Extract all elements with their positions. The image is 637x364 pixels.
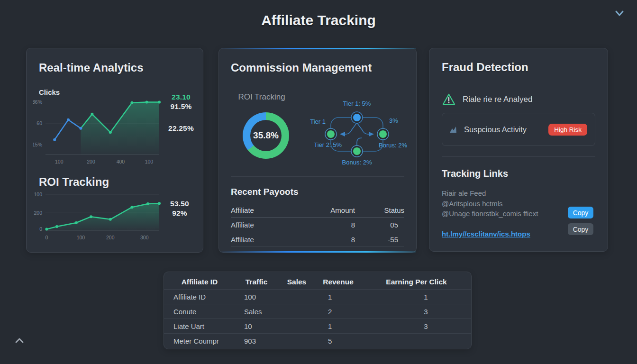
commission-tier-diagram: Tier 1: 5% Tier 1 3% Tier 2: 5% Borus: 2… [304,96,422,172]
table-cell: Affiliate ID [164,293,235,301]
svg-text:100: 100 [34,191,42,197]
payouts-header-row: AffiliateAmountStatus [231,203,404,218]
svg-text:200: 200 [87,159,95,164]
column-header: Affiliate ID [164,278,235,286]
svg-text:36%: 36% [33,99,42,105]
tracking-links-title: Tracking Links [442,168,508,179]
fraud-alert-text: Riale rie re Analyed [463,95,532,104]
tracking-link[interactable]: ht.lmy//csclitanv/ics.htops [442,230,530,238]
column-header: Revenue [316,278,361,286]
svg-text:200: 200 [34,210,42,216]
card-title: Fraud Detection [442,61,528,74]
payouts-cell: Affiliate [231,206,308,214]
chevron-down-icon[interactable] [613,7,626,22]
table-cell: 100 [235,293,278,301]
table-cell: Conute [164,308,235,316]
bonus-right-label: Borus: 2% [379,142,407,149]
donut-center-value: 35.8% [253,130,279,141]
chart-stat-value: 91.5% [171,102,192,111]
commission-management-card: Commission Management ROI Tracking 35.8%… [218,48,417,253]
clicks-chart-stats: 23.1091.5%22.25% [161,92,201,133]
svg-text:100: 100 [145,159,154,164]
card-title: Real-time Analytics [39,61,144,74]
page-title: Affiliate Tracking [0,12,637,28]
suspicious-activity-item[interactable]: Suspcious Activity High Risk [442,113,595,146]
divider [231,176,404,177]
tracking-links-list: Riair ale Feed@Aritsplous hctmls@Unage f… [442,188,538,219]
divider [442,156,595,157]
svg-text:400: 400 [117,159,125,164]
table-cell: 1 [316,293,361,301]
table-cell: 3 [361,322,472,330]
roi-donut-chart: 35.8% [243,112,289,159]
high-risk-badge: High Risk [548,124,587,136]
table-cell: 903 [235,337,278,345]
svg-text:60: 60 [36,120,42,126]
svg-text:0: 0 [45,235,48,240]
column-header: Sales [278,278,316,286]
payouts-cell: 05 [355,221,404,229]
fraud-alert-row: Riale rie re Analyed [442,93,532,106]
affiliate-table-header-row: Affiliate IDTrafficSalesRevenueEarning P… [164,274,471,289]
card-title: Commission Management [231,61,372,74]
arrow-left-icon [340,132,345,136]
table-cell: 5 [316,337,361,345]
recent-payouts-title: Recent Payoots [231,187,299,197]
table-cell: Meter Coumpr [164,337,235,345]
svg-text:100: 100 [77,235,85,240]
fraud-detection-card: Fraud Detection Riale rie re Analyed Sus… [429,48,608,252]
donut-chart-label: ROI Tracking [226,92,297,102]
tier1-rate-label: Tier 1: 5% [343,100,371,107]
payouts-cell: 8 [308,236,355,244]
payouts-row: Affiliate8-55 [231,232,404,247]
table-cell: 2 [316,308,361,316]
payouts-cell: Affiliate [231,221,308,229]
column-header: Traffic [235,278,278,286]
payouts-cell: Amount [308,206,355,214]
table-cell: Sales [235,308,278,316]
svg-text:15%: 15% [33,142,42,147]
chart-stat-value: 92% [172,209,187,218]
donut-hole: 35.8% [250,120,282,151]
roi-chart-title: ROI Tracking [39,175,109,189]
tier-left-node [327,130,335,138]
payouts-cell: -55 [355,236,404,244]
svg-text:200: 200 [106,235,115,240]
chart-stat-value: 23.10 [172,92,191,102]
table-cell: 3 [361,308,472,316]
tier-right-node [379,130,387,138]
roi-chart-stats: 53.5092% [160,199,200,218]
column-header: Earning Per Click [361,278,472,286]
warning-triangle-icon [442,93,456,106]
table-cell: 10 [235,322,278,330]
affiliate-tracking-dashboard: Affiliate Tracking Real-time Analytics C… [0,0,637,364]
clicks-line-chart: 36%6015%100200400100 [33,95,163,170]
copy-button-primary[interactable]: Copy [568,207,593,218]
affiliate-stats-table: Affiliate IDTrafficSalesRevenueEarning P… [164,272,472,349]
tier1-label: Tier 1 [310,118,326,125]
activity-chart-icon [450,127,457,133]
realtime-analytics-card: Real-time Analytics Clicks 36%6015%10020… [26,48,203,253]
chevron-up-icon[interactable] [14,335,25,348]
chart-stat-value: 53.50 [170,199,189,209]
payouts-row: Affiliate805 [231,218,404,232]
recent-payouts-table: AffiliateAmountStatusAffiliate805Affilia… [231,203,404,247]
tracking-link-line: Riair ale Feed [442,188,538,199]
rate-3pct-label: 3% [389,117,398,124]
affiliate-table-row: ConuteSales23 [164,304,471,318]
bonus-bottom-label: Bonus: 2% [342,159,372,166]
bonus-node [353,147,361,155]
affiliate-table-row: Affiliate ID10011 [164,289,471,304]
affiliate-table-row: Meter Coumpr9035 [164,333,471,348]
roi-line-chart: 10020000100200300 [33,190,163,246]
tier2-rate-label: Tier 2: 5% [314,141,342,148]
svg-text:100: 100 [55,159,64,164]
table-cell: Liate Uart [164,322,235,330]
svg-text:300: 300 [140,235,149,240]
tier1-node [353,114,361,121]
table-cell: 1 [316,322,361,330]
copy-button-secondary[interactable]: Copy [568,223,593,235]
payouts-cell: Affiliate [231,236,308,244]
suspicious-activity-label: Suspcious Activity [464,125,527,134]
svg-text:0: 0 [39,226,42,232]
